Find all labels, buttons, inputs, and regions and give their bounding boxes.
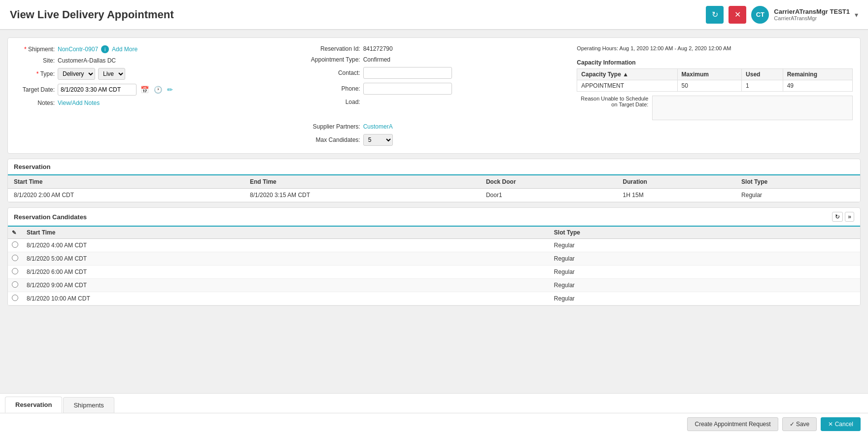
header-actions: ↻ ✕ CT CarrierATransMgr TEST1 CarrierATr… — [706, 6, 858, 24]
cap-col-type: Capacity Type ▲ — [577, 69, 677, 80]
operating-hours: Operating Hours: Aug 1, 2020 12:00 AM - … — [577, 45, 853, 51]
cand-col-slot: Slot Type — [550, 227, 802, 239]
phone-input[interactable] — [363, 83, 452, 95]
reason-box[interactable] — [652, 96, 853, 120]
bottom-tabs: Reservation Shipments — [0, 393, 868, 413]
cand-empty-4 — [802, 279, 860, 292]
reservation-section: Reservation Start Time End Time Dock Doo… — [7, 159, 861, 202]
type-select[interactable]: Delivery — [58, 68, 95, 80]
candidates-refresh-button[interactable]: ↻ — [832, 212, 843, 222]
cand-slot-1: Regular — [550, 239, 802, 252]
cap-col-remaining: Remaining — [783, 69, 852, 80]
phone-row: Phone: — [296, 83, 572, 95]
list-item: 8/1/2020 10:00 AM CDT Regular — [8, 292, 860, 305]
cap-used: 1 — [742, 80, 783, 92]
site-value: CustomerA-Dallas DC — [58, 57, 116, 64]
reason-row: Reason Unable to Scheduleon Target Date: — [577, 96, 853, 120]
tab-reservation[interactable]: Reservation — [5, 397, 62, 413]
main-content: * Shipment: NonContr-0907 i Add More Sit… — [0, 30, 868, 393]
appointment-type-value: Confirmed — [363, 56, 390, 63]
cand-empty-1 — [802, 239, 860, 252]
res-col-duration: Duration — [617, 175, 735, 189]
cap-col-used: Used — [742, 69, 783, 80]
supplier-partners-label: Supplier Partners: — [296, 123, 360, 130]
cand-radio-1[interactable] — [12, 241, 18, 248]
form-left: * Shipment: NonContr-0907 i Add More Sit… — [15, 45, 291, 146]
action-bar: Create Appointment Request ✓ Save ✕ Canc… — [0, 413, 868, 435]
save-check-icon: ✓ — [790, 421, 796, 428]
capacity-title: Capacity Information — [577, 59, 853, 66]
cand-empty-5 — [802, 292, 860, 305]
create-appointment-request-button[interactable]: Create Appointment Request — [687, 417, 778, 431]
max-candidates-label: Max Candidates: — [296, 136, 360, 143]
edit-icon[interactable]: ✏ — [166, 86, 174, 94]
list-item: 8/1/2020 4:00 AM CDT Regular — [8, 239, 860, 252]
cand-empty-3 — [802, 266, 860, 279]
list-item: 8/1/2020 9:00 AM CDT Regular — [8, 279, 860, 292]
cand-start-2: 8/1/2020 5:00 AM CDT — [23, 252, 550, 266]
cand-radio-4[interactable] — [12, 281, 18, 288]
site-row: Site: CustomerA-Dallas DC — [15, 57, 291, 64]
appointment-type-label: Appointment Type: — [296, 56, 360, 63]
appointment-type-row: Appointment Type: Confirmed — [296, 56, 572, 63]
capacity-section: Capacity Information Capacity Type ▲ Max… — [577, 59, 853, 120]
cand-col-start: Start Time — [23, 227, 550, 239]
cand-col-empty — [802, 227, 860, 239]
type-row: * Type: Delivery Live — [15, 68, 291, 80]
clock-icon[interactable]: 🕐 — [153, 86, 163, 94]
max-candidates-row: Max Candidates: 5 — [296, 134, 572, 146]
contact-input[interactable] — [363, 67, 452, 79]
page-header: View Live Delivery Appointment ↻ ✕ CT Ca… — [0, 0, 868, 30]
res-end: 8/1/2020 3:15 AM CDT — [244, 189, 480, 202]
cancel-button[interactable]: ✕ Cancel — [821, 417, 861, 431]
table-row: 8/1/2020 2:00 AM CDT 8/1/2020 3:15 AM CD… — [8, 189, 860, 202]
cand-radio-3[interactable] — [12, 268, 18, 274]
site-label: Site: — [15, 57, 55, 64]
form-middle: Reservation Id: 841272790 Appointment Ty… — [296, 45, 572, 146]
load-row: Load: — [296, 99, 572, 105]
max-candidates-select[interactable]: 5 — [363, 134, 393, 146]
list-item: 8/1/2020 6:00 AM CDT Regular — [8, 266, 860, 279]
page-title: View Live Delivery Appointment — [10, 8, 174, 21]
close-button[interactable]: ✕ — [729, 6, 746, 24]
candidates-table: ✎ Start Time Slot Type 8/1/2020 4:00 AM … — [8, 227, 860, 305]
save-button[interactable]: ✓ Save — [782, 417, 817, 431]
candidates-actions: ↻ » — [832, 212, 854, 222]
reservation-section-header: Reservation — [8, 159, 860, 175]
cand-slot-3: Regular — [550, 266, 802, 279]
cap-type: APPOINTMENT — [577, 80, 677, 92]
load-label: Load: — [296, 99, 360, 105]
phone-label: Phone: — [296, 85, 360, 92]
type-select2[interactable]: Live — [98, 68, 125, 80]
candidates-title: Reservation Candidates — [14, 213, 87, 221]
res-col-end: End Time — [244, 175, 480, 189]
res-duration: 1H 15M — [617, 189, 735, 202]
cand-slot-5: Regular — [550, 292, 802, 305]
supplier-partners-value[interactable]: CustomerA — [363, 123, 393, 130]
res-col-slot: Slot Type — [735, 175, 860, 189]
view-add-notes-link[interactable]: View/Add Notes — [58, 100, 100, 106]
cand-empty-2 — [802, 252, 860, 266]
calendar-icon[interactable]: 📅 — [139, 86, 150, 94]
form-card: * Shipment: NonContr-0907 i Add More Sit… — [7, 37, 861, 154]
user-dropdown-icon[interactable]: ▾ — [855, 11, 858, 19]
add-more-button[interactable]: Add More — [112, 46, 138, 53]
notes-row: Notes: View/Add Notes — [15, 100, 291, 106]
target-date-input[interactable] — [58, 84, 137, 96]
candidates-header: Reservation Candidates ↻ » — [8, 208, 860, 227]
contact-label: Contact: — [296, 69, 360, 76]
list-item: 8/1/2020 5:00 AM CDT Regular — [8, 252, 860, 266]
shipment-row: * Shipment: NonContr-0907 i Add More — [15, 45, 291, 53]
refresh-button[interactable]: ↻ — [706, 6, 724, 24]
candidates-expand-button[interactable]: » — [845, 212, 854, 222]
cand-radio-5[interactable] — [12, 295, 18, 301]
cand-radio-2[interactable] — [12, 255, 18, 261]
cand-start-5: 8/1/2020 10:00 AM CDT — [23, 292, 550, 305]
target-date-label: Target Date: — [15, 86, 55, 93]
tab-shipments[interactable]: Shipments — [63, 397, 114, 413]
info-icon[interactable]: i — [101, 45, 109, 53]
candidates-section: Reservation Candidates ↻ » ✎ Start Time … — [7, 207, 861, 306]
res-dock: Door1 — [480, 189, 617, 202]
user-role: CarrierATransMgr — [774, 15, 850, 21]
shipment-value[interactable]: NonContr-0907 — [58, 46, 98, 53]
